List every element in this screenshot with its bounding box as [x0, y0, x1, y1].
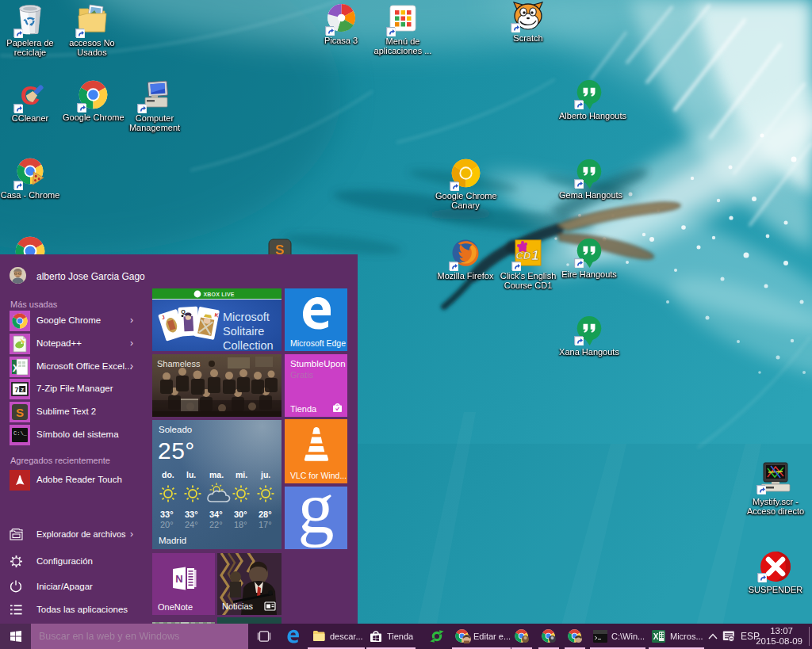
svg-text:XBOX LIVE: XBOX LIVE	[204, 292, 235, 297]
svg-text:Shameless: Shameless	[157, 359, 201, 368]
svg-text:7: 7	[14, 386, 18, 394]
svg-text:z: z	[21, 386, 24, 393]
svg-text:CD: CD	[516, 250, 531, 262]
svg-text:Noticias: Noticias	[222, 601, 254, 611]
svg-text:S: S	[275, 242, 284, 255]
svg-text:N: N	[175, 573, 182, 585]
svg-text:1: 1	[531, 248, 538, 263]
svg-text:C:\_: C:\_	[13, 430, 28, 437]
svg-text:X: X	[653, 632, 659, 641]
svg-text:Solitaire: Solitaire	[223, 325, 264, 338]
svg-text:Collection: Collection	[223, 339, 274, 351]
svg-text:Microsoft: Microsoft	[223, 311, 270, 323]
svg-text:S: S	[16, 406, 24, 419]
svg-text:X: X	[13, 362, 20, 374]
